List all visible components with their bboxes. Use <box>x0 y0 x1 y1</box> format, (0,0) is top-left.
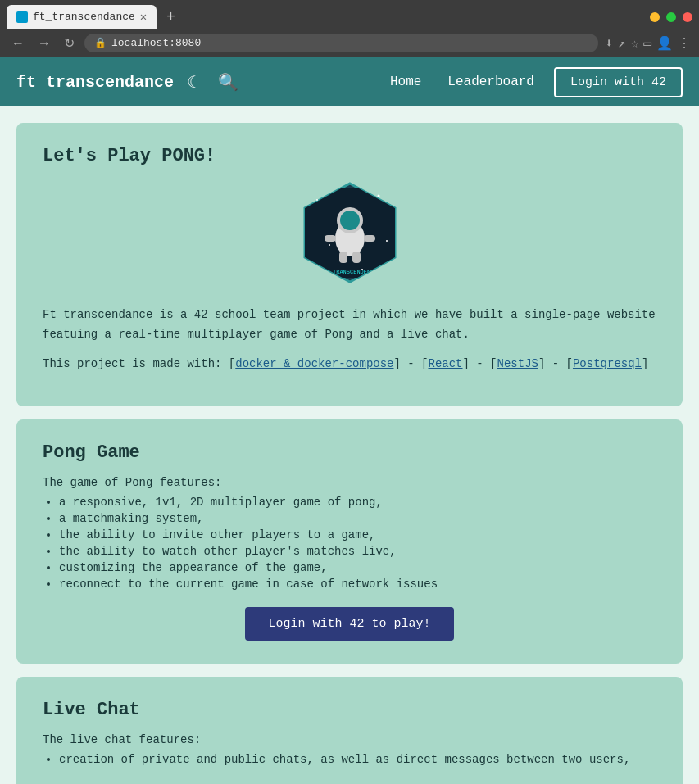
url-text: localhost:8080 <box>111 37 201 49</box>
login-42-play-button[interactable]: Login with 42 to play! <box>245 607 453 641</box>
navbar: ft_transcendance ☾ 🔍 Home Leaderboard Lo… <box>0 57 699 106</box>
list-item: the ability to watch other player's matc… <box>59 545 656 558</box>
list-item: reconnect to the current game in case of… <box>59 578 656 591</box>
login-with-42-button[interactable]: Login with 42 <box>554 67 683 97</box>
app: ft_transcendance ☾ 🔍 Home Leaderboard Lo… <box>0 57 699 784</box>
lock-icon: 🔒 <box>94 37 107 49</box>
list-item: the ability to invite other players to a… <box>59 528 656 542</box>
list-item: customizing the appearance of the game, <box>59 561 656 574</box>
download-icon[interactable]: ⬇ <box>605 35 613 52</box>
profile-icon[interactable]: 👤 <box>656 35 673 52</box>
react-link[interactable]: React <box>429 357 463 370</box>
chat-features-list: creation of private and public chats, as… <box>43 753 656 766</box>
postgresql-link[interactable]: Postgresql <box>573 357 642 370</box>
back-button[interactable]: ← <box>8 34 28 52</box>
moon-icon: ☾ <box>187 73 202 91</box>
pong-section: Pong Game The game of Pong features: a r… <box>16 419 683 664</box>
url-bar[interactable]: 🔒 localhost:8080 <box>84 34 598 52</box>
browser-chrome: ft_transcendance ✕ + ← → ↻ 🔒 localhost:8… <box>0 0 699 57</box>
active-tab[interactable]: ft_transcendance ✕ <box>7 5 157 29</box>
tab-title: ft_transcendance <box>33 11 135 23</box>
search-button[interactable]: 🔍 <box>218 72 238 92</box>
tab-favicon <box>16 11 28 23</box>
hero-desc-line1: Ft_transcendance is a 42 school team pro… <box>43 306 656 345</box>
main-content: Let's Play PONG! <box>0 106 699 784</box>
chat-intro: The live chat features: <box>43 733 656 746</box>
reload-button[interactable]: ↻ <box>61 34 78 52</box>
forward-button[interactable]: → <box>34 34 54 52</box>
nav-leaderboard[interactable]: Leaderboard <box>441 75 541 89</box>
svg-point-4 <box>377 195 379 197</box>
list-item: a responsive, 1v1, 2D multiplayer game o… <box>59 496 656 509</box>
svg-point-10 <box>340 211 360 230</box>
maximize-button[interactable] <box>666 12 676 22</box>
tab-bar: ft_transcendance ✕ + <box>0 0 699 29</box>
docker-link[interactable]: docker & docker-compose <box>235 357 393 370</box>
search-icon: 🔍 <box>218 73 238 91</box>
list-item: a matchmaking system, <box>59 512 656 525</box>
bookmark-icon[interactable]: ☆ <box>631 35 639 52</box>
svg-rect-12 <box>352 252 361 263</box>
list-item: creation of private and public chats, as… <box>59 753 656 766</box>
share-icon[interactable]: ↗ <box>618 35 626 52</box>
svg-rect-13 <box>325 235 336 242</box>
reading-mode-icon[interactable]: ▭ <box>643 35 651 52</box>
svg-point-6 <box>386 240 388 242</box>
hero-title: Let's Play PONG! <box>43 146 656 166</box>
nav-home[interactable]: Home <box>384 75 428 89</box>
tab-close-icon[interactable]: ✕ <box>140 10 147 24</box>
svg-point-3 <box>316 199 318 201</box>
hero-description: Ft_transcendance is a 42 school team pro… <box>43 306 656 374</box>
svg-rect-14 <box>364 235 375 242</box>
minimize-button[interactable] <box>650 12 660 22</box>
chat-title: Live Chat <box>43 700 656 720</box>
pong-intro: The game of Pong features: <box>43 476 656 489</box>
svg-point-5 <box>329 244 330 246</box>
address-bar: ← → ↻ 🔒 localhost:8080 ⬇ ↗ ☆ ▭ 👤 ⋮ <box>0 29 699 57</box>
brand-title: ft_transcendance <box>16 73 174 92</box>
svg-rect-11 <box>339 252 347 263</box>
hero-section: Let's Play PONG! <box>16 123 683 406</box>
address-actions: ⬇ ↗ ☆ ▭ 👤 ⋮ <box>605 35 691 52</box>
close-button[interactable] <box>683 12 692 22</box>
pong-title: Pong Game <box>43 442 656 463</box>
menu-icon[interactable]: ⋮ <box>678 35 691 52</box>
pong-features-list: a responsive, 1v1, 2D multiplayer game o… <box>43 496 656 591</box>
theme-toggle-button[interactable]: ☾ <box>187 72 202 92</box>
chat-section: Live Chat The live chat features: creati… <box>16 677 683 784</box>
new-tab-button[interactable]: + <box>160 5 182 29</box>
hero-desc-line2: This project is made with: [docker & doc… <box>43 355 656 374</box>
nestjs-link[interactable]: NestJS <box>497 357 538 370</box>
hex-logo: FT_TRANSCENDENCE <box>297 179 403 286</box>
logo-container: FT_TRANSCENDENCE <box>43 179 656 286</box>
